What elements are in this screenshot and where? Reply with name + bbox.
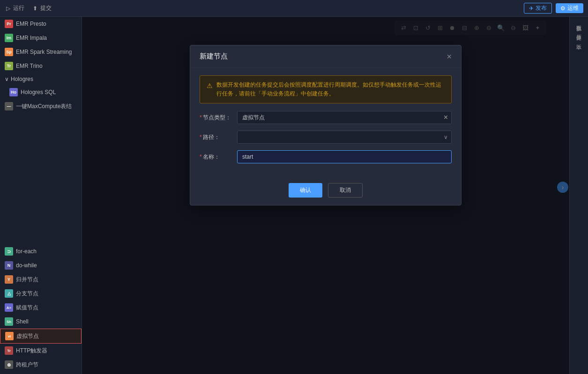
sidebar-item-branch-node[interactable]: △ 分支节点 xyxy=(0,286,82,301)
sidebar-item-for-each[interactable]: ⊃ for-each xyxy=(0,244,82,258)
do-while-icon: N xyxy=(5,261,13,270)
for-each-label: for-each xyxy=(16,248,37,255)
submit-button[interactable]: ⬆ 提交 xyxy=(32,4,52,12)
node-type-control: 虚拟节点 × xyxy=(237,111,452,124)
emr-impala-icon: Im xyxy=(5,34,13,42)
operate-label: 运维 xyxy=(567,4,579,12)
shell-label: Shell xyxy=(16,318,29,325)
virtual-node-icon: vi xyxy=(5,332,14,340)
sidebar-item-emr-impala[interactable]: Im EMR Impala xyxy=(0,31,82,45)
warning-box: ⚠ 数据开发创建的任务提交后会按照调度配置进行周期调度。如仅想手动触发任务或一次… xyxy=(200,75,452,103)
sidebar-group-hologres[interactable]: ∨ Hologres xyxy=(0,73,82,85)
right-panel: 流程参数 操作历史 版本 xyxy=(569,17,588,374)
modal-overlay: 新建节点 × ⚠ 数据开发创建的任务提交后会按照调度配置进行周期调度。如仅想手动… xyxy=(82,17,569,374)
run-button[interactable]: ▷ 运行 xyxy=(5,4,24,12)
sidebar-item-do-while[interactable]: N do-while xyxy=(0,258,82,272)
node-type-row: *节点类型： 虚拟节点 × xyxy=(200,111,452,124)
node-type-select-wrapper: 虚拟节点 × xyxy=(237,111,452,124)
node-type-label: *节点类型： xyxy=(200,114,237,122)
emr-spark-icon: Sp xyxy=(5,48,13,56)
sidebar-item-hologres-sql[interactable]: Ho Hologres SQL xyxy=(0,85,82,99)
modal-body: ⚠ 数据开发创建的任务提交后会按照调度配置进行周期调度。如仅想手动触发任务或一次… xyxy=(190,68,461,177)
toolbar-left: ▷ 运行 ⬆ 提交 xyxy=(5,4,52,12)
emr-impala-label: EMR Impala xyxy=(16,35,47,41)
merge-node-label: 归并节点 xyxy=(16,276,38,284)
hologres-sql-icon: Ho xyxy=(9,88,18,96)
modal-title: 新建节点 xyxy=(200,52,228,61)
main-layout: Pr EMR Presto Im EMR Impala Sp EMR Spark… xyxy=(0,17,588,374)
name-control xyxy=(237,150,452,163)
publish-icon: ✈ xyxy=(529,5,534,12)
sidebar-item-emr-trino[interactable]: Tr EMR Trino xyxy=(0,59,82,73)
http-trigger-icon: Tr xyxy=(5,346,13,355)
top-toolbar: ▷ 运行 ⬆ 提交 ✈ 发布 ⚙ 运维 xyxy=(0,0,588,17)
emr-presto-label: EMR Presto xyxy=(16,21,46,27)
node-type-clear-icon[interactable]: × xyxy=(444,113,448,122)
hologres-group-label: Hologres xyxy=(11,76,33,82)
operate-button[interactable]: ⚙ 运维 xyxy=(556,3,583,13)
emr-presto-icon: Pr xyxy=(5,20,13,28)
sidebar-item-emr-spark[interactable]: Sp EMR Spark Streaming xyxy=(0,45,82,59)
run-icon: ▷ xyxy=(5,5,11,12)
maxcompute-label: 一键MaxCompute表结 xyxy=(16,103,72,110)
merge-node-icon: Y xyxy=(5,275,13,284)
hologres-sql-label: Hologres SQL xyxy=(21,89,56,95)
sidebar-item-schedule-node[interactable]: ⊕ 跨租户节 xyxy=(0,358,82,372)
submit-icon: ⬆ xyxy=(32,5,38,12)
schedule-node-icon: ⊕ xyxy=(5,360,13,369)
publish-button[interactable]: ✈ 发布 xyxy=(524,3,552,14)
emr-trino-icon: Tr xyxy=(5,62,13,70)
toolbar-right: ✈ 发布 ⚙ 运维 xyxy=(524,3,583,14)
branch-node-label: 分支节点 xyxy=(16,290,38,298)
virtual-node-label: 虚拟节点 xyxy=(16,332,39,340)
http-trigger-label: HTTP触发器 xyxy=(16,347,47,355)
name-label: *名称： xyxy=(200,153,237,161)
path-row: *路径： ∨ xyxy=(200,131,452,144)
for-each-icon: ⊃ xyxy=(5,247,13,256)
maxcompute-icon: — xyxy=(5,102,13,110)
assign-node-label: 赋值节点 xyxy=(16,304,38,312)
path-control: ∨ xyxy=(237,131,452,144)
warning-text: 数据开发创建的任务提交后会按照调度配置进行周期调度。如仅想手动触发任务或一次性运… xyxy=(216,81,445,98)
sidebar-item-virtual-node[interactable]: vi 虚拟节点 xyxy=(0,329,82,344)
name-input[interactable] xyxy=(237,150,452,163)
modal-footer: 确认 取消 xyxy=(190,177,461,205)
cancel-button[interactable]: 取消 xyxy=(328,183,363,198)
node-type-select[interactable]: 虚拟节点 xyxy=(237,111,452,124)
shell-icon: Sh xyxy=(5,317,13,326)
modal-close-button[interactable]: × xyxy=(447,52,452,61)
publish-label: 发布 xyxy=(536,4,547,12)
path-label: *路径： xyxy=(200,133,237,141)
path-input[interactable] xyxy=(237,131,452,144)
path-input-wrapper: ∨ xyxy=(237,131,452,144)
sidebar-item-assign-node[interactable]: A= 赋值节点 xyxy=(0,301,82,315)
sidebar-item-emr-presto[interactable]: Pr EMR Presto xyxy=(0,17,82,31)
warning-icon: ⚠ xyxy=(207,81,213,98)
modal-header: 新建节点 × xyxy=(190,45,461,68)
do-while-label: do-while xyxy=(16,262,37,269)
content-area: ⇄ ⊡ ↺ ⊞ ⏺ ⊟ ⊕ ⊖ 🔍 ⊖ 🖼 ✦ Ri sdfs xyxy=(82,17,569,374)
run-label: 运行 xyxy=(13,4,24,12)
sidebar-item-http-trigger[interactable]: Tr HTTP触发器 xyxy=(0,344,82,358)
confirm-button[interactable]: 确认 xyxy=(289,183,322,198)
emr-trino-label: EMR Trino xyxy=(16,63,43,69)
name-row: *名称： xyxy=(200,150,452,163)
sidebar-item-merge-node[interactable]: Y 归并节点 xyxy=(0,272,82,286)
assign-node-icon: A= xyxy=(5,303,13,312)
sidebar-item-shell[interactable]: Sh Shell xyxy=(0,315,82,329)
path-dropdown-icon: ∨ xyxy=(444,134,448,140)
sidebar-item-maxcompute[interactable]: — 一键MaxCompute表结 xyxy=(0,99,82,113)
modal-dialog: 新建节点 × ⚠ 数据开发创建的任务提交后会按照调度配置进行周期调度。如仅想手动… xyxy=(190,45,461,205)
schedule-node-label: 跨租户节 xyxy=(16,361,38,369)
operate-icon: ⚙ xyxy=(560,5,566,12)
sidebar: Pr EMR Presto Im EMR Impala Sp EMR Spark… xyxy=(0,17,82,374)
branch-node-icon: △ xyxy=(5,289,13,298)
emr-spark-label: EMR Spark Streaming xyxy=(16,49,72,55)
submit-label: 提交 xyxy=(40,4,52,12)
hologres-expand-icon: ∨ xyxy=(5,76,9,82)
